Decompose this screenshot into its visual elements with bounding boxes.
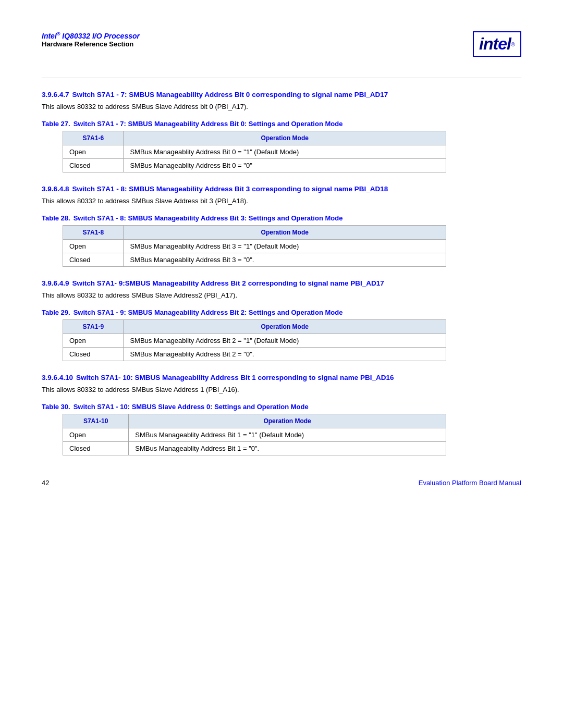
table-caption-29: Table 29.Switch S7A1 - 9: SMBUS Manageab… xyxy=(42,309,521,316)
section-num-7: 3.9.6.4.7 xyxy=(42,91,69,98)
table-30-row2-c2: SMBus Manageablity Address Bit 1 = "0". xyxy=(129,442,446,455)
table-num-28: Table 28. xyxy=(42,214,70,222)
table-row: Open SMBus Manageablity Address Bit 3 = … xyxy=(63,240,446,253)
logo-reg: ® xyxy=(511,41,515,47)
logo-text: intel xyxy=(479,34,511,54)
table-30-col1-header: S7A1-10 xyxy=(63,414,129,428)
table-title-29: Switch S7A1 - 9: SMBUS Manageability Add… xyxy=(74,309,343,316)
body-text-9: This allows 80332 to address SMBus Slave… xyxy=(42,291,521,299)
body-text-8: This allows 80332 to address SMBus Slave… xyxy=(42,197,521,205)
section-title-8: Switch S7A1 - 8: SMBUS Manageability Add… xyxy=(72,185,388,193)
product-brand: Intel xyxy=(42,32,57,40)
table-27-row1-c2: SMBus Manageablity Address Bit 0 = "1" (… xyxy=(124,145,446,159)
product-model: IQ80332 I/O Processor xyxy=(60,32,140,40)
table-30-row1-c2: SMBus Manageablity Address Bit 1 = "1" (… xyxy=(129,428,446,442)
table-28-row2-c1: Closed xyxy=(63,253,124,267)
table-caption-28: Table 28.Switch S7A1 - 8: SMBUS Manageab… xyxy=(42,214,521,222)
table-28-row1-c1: Open xyxy=(63,240,124,253)
table-row: Closed SMBus Manageablity Address Bit 2 … xyxy=(63,348,446,361)
footer-doc-title: Evaluation Platform Board Manual xyxy=(419,479,521,487)
body-text-10: This allows 80332 to address SMBus Slave… xyxy=(42,386,521,393)
table-28: S7A1-8 Operation Mode Open SMBus Managea… xyxy=(63,225,446,267)
table-28-col2-header: Operation Mode xyxy=(124,226,446,240)
section-heading-3961-9: 3.9.6.4.9Switch S7A1- 9:SMBUS Manageabil… xyxy=(42,279,521,287)
table-29-row2-c2: SMBus Manageablity Address Bit 2 = "0". xyxy=(124,348,446,361)
section-title-9: Switch S7A1- 9:SMBUS Manageability Addre… xyxy=(72,279,384,287)
table-caption-30: Table 30.Switch S7A1 - 10: SMBUS Slave A… xyxy=(42,403,521,411)
section-num-10: 3.9.6.4.10 xyxy=(42,374,73,381)
table-caption-27: Table 27.Switch S7A1 - 7: SMBUS Manageab… xyxy=(42,120,521,128)
table-row: Open SMBus Manageablity Address Bit 1 = … xyxy=(63,428,446,442)
table-29-row2-c1: Closed xyxy=(63,348,124,361)
product-title: Intel® IQ80332 I/O Processor xyxy=(42,31,140,40)
table-num-29: Table 29. xyxy=(42,309,70,316)
table-27-col1-header: S7A1-6 xyxy=(63,131,124,145)
table-27-row2-c1: Closed xyxy=(63,159,124,172)
section-heading-3961-8: 3.9.6.4.8Switch S7A1 - 8: SMBUS Manageab… xyxy=(42,185,521,193)
table-27-row2-c2: SMBus Manageablity Address Bit 0 = "0" xyxy=(124,159,446,172)
table-row: Closed SMBus Manageablity Address Bit 3 … xyxy=(63,253,446,267)
page: Intel® IQ80332 I/O Processor Hardware Re… xyxy=(0,0,563,508)
section-heading-3961-10: 3.9.6.4.10Switch S7A1- 10: SMBUS Managea… xyxy=(42,374,521,381)
table-title-30: Switch S7A1 - 10: SMBUS Slave Address 0:… xyxy=(74,403,309,411)
table-num-30: Table 30. xyxy=(42,403,70,411)
intel-logo: intel® xyxy=(473,31,521,57)
table-title-28: Switch S7A1 - 8: SMBUS Manageability Add… xyxy=(74,214,343,222)
table-27: S7A1-6 Operation Mode Open SMBus Managea… xyxy=(63,131,446,172)
section-heading-3961-7: 3.9.6.4.7Switch S7A1 - 7: SMBUS Manageab… xyxy=(42,91,521,98)
footer: 42 Evaluation Platform Board Manual xyxy=(42,479,521,487)
table-30-col2-header: Operation Mode xyxy=(129,414,446,428)
body-text-7: This allows 80332 to address SMBus Slave… xyxy=(42,103,521,110)
section-title-7: Switch S7A1 - 7: SMBUS Manageability Add… xyxy=(72,91,388,98)
section-title-10: Switch S7A1- 10: SMBUS Manageability Add… xyxy=(76,374,394,381)
table-28-row2-c2: SMBus Manageablity Address Bit 3 = "0". xyxy=(124,253,446,267)
table-29-row1-c2: SMBus Manageablity Address Bit 2 = "1" (… xyxy=(124,334,446,348)
table-row: Closed SMBus Manageablity Address Bit 0 … xyxy=(63,159,446,172)
table-row: Open SMBus Manageablity Address Bit 2 = … xyxy=(63,334,446,348)
table-28-row1-c2: SMBus Manageablity Address Bit 3 = "1" (… xyxy=(124,240,446,253)
table-title-27: Switch S7A1 - 7: SMBUS Manageability Add… xyxy=(74,120,343,128)
table-30: S7A1-10 Operation Mode Open SMBus Manage… xyxy=(63,414,446,455)
header-divider xyxy=(42,78,521,78)
table-row: Open SMBus Manageablity Address Bit 0 = … xyxy=(63,145,446,159)
table-28-col1-header: S7A1-8 xyxy=(63,226,124,240)
table-29: S7A1-9 Operation Mode Open SMBus Managea… xyxy=(63,319,446,361)
table-row: Closed SMBus Manageablity Address Bit 1 … xyxy=(63,442,446,455)
header-left: Intel® IQ80332 I/O Processor Hardware Re… xyxy=(42,31,140,48)
table-29-col1-header: S7A1-9 xyxy=(63,320,124,334)
product-subtitle: Hardware Reference Section xyxy=(42,40,140,48)
section-num-9: 3.9.6.4.9 xyxy=(42,279,69,287)
table-29-col2-header: Operation Mode xyxy=(124,320,446,334)
table-27-row1-c1: Open xyxy=(63,145,124,159)
table-30-row2-c1: Closed xyxy=(63,442,129,455)
footer-page-number: 42 xyxy=(42,479,49,487)
table-30-row1-c1: Open xyxy=(63,428,129,442)
table-num-27: Table 27. xyxy=(42,120,70,128)
table-29-row1-c1: Open xyxy=(63,334,124,348)
header: Intel® IQ80332 I/O Processor Hardware Re… xyxy=(42,31,521,57)
section-num-8: 3.9.6.4.8 xyxy=(42,185,69,193)
table-27-col2-header: Operation Mode xyxy=(124,131,446,145)
